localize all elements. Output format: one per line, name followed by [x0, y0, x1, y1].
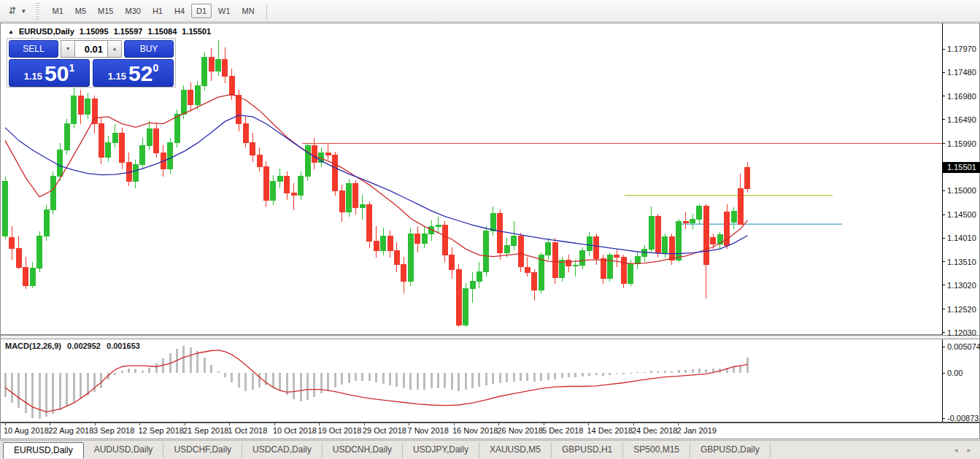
date-tick-label: 7 Nov 2018 [408, 426, 449, 435]
candle [490, 207, 495, 236]
sell-price-pipette: 1 [69, 62, 74, 74]
candle [257, 147, 262, 171]
date-tick-label: 24 Dec 2018 [632, 426, 677, 435]
candle [401, 257, 406, 293]
candle [532, 269, 537, 301]
collapse-triangle-icon[interactable]: ▲ [8, 28, 14, 35]
date-tick-label: 10 Oct 2018 [273, 426, 317, 435]
date-tick-label: 3 Sep 2018 [93, 426, 134, 435]
sell-price-prefix: 1.15 [24, 71, 42, 82]
chart-tab-GBPUSD-H1[interactable]: GBPUSD,H1 [552, 442, 623, 458]
candle [601, 255, 606, 284]
candle [525, 257, 530, 277]
price-tick-label: 1.14500 [947, 210, 976, 219]
date-tick-label: 19 Oct 2018 [318, 426, 362, 435]
candle [243, 116, 248, 147]
candle [463, 283, 468, 327]
volume-decrease-button[interactable]: ▾ [61, 40, 75, 58]
date-tick-label: 22 Aug 2018 [49, 426, 94, 435]
timeframe-buttons: M1M5M15M30H1H4D1W1MN [47, 4, 261, 18]
candle [298, 171, 304, 200]
chart-tab-bar: EURUSD,DailyAUDUSD,DailyUSDCHF,DailyUSDC… [0, 440, 980, 459]
candle [614, 250, 620, 267]
candle [683, 212, 688, 229]
candle [188, 82, 193, 112]
candle [92, 96, 97, 134]
candle [697, 204, 702, 224]
candle [216, 40, 221, 76]
price-tick-label: 1.15000 [947, 186, 976, 195]
candle [552, 238, 557, 284]
price-tick-label: 1.16490 [947, 115, 976, 124]
current-price-tag: 1.15501 [943, 162, 980, 173]
timeframe-button-H4[interactable]: H4 [169, 4, 190, 18]
volume-input[interactable] [75, 40, 107, 58]
volume-increase-button[interactable]: ▴ [107, 40, 122, 58]
date-tick-label: 26 Nov 2018 [498, 426, 543, 435]
sell-price-button[interactable]: 1.15 50 1 [9, 59, 90, 87]
candle [112, 124, 117, 148]
timeframe-button-M5[interactable]: M5 [70, 4, 91, 18]
candle [415, 226, 420, 253]
chart-tab-EURUSD-Daily[interactable]: EURUSD,Daily [3, 442, 84, 458]
timeframe-button-MN[interactable]: MN [237, 4, 260, 18]
candle [655, 214, 660, 258]
toolbar-separator [266, 3, 267, 19]
tabs-scroll-left-button[interactable]: ◂ [949, 443, 962, 458]
candle [725, 204, 730, 249]
toolbar-grip-handle[interactable] [36, 3, 39, 19]
candle [456, 264, 461, 327]
timeframe-button-W1[interactable]: W1 [213, 4, 236, 18]
toolbar-dropdown-button[interactable]: ⇵ ▾ [6, 5, 26, 16]
macd-tick-label: 0.005074 [947, 342, 980, 351]
timeframe-button-M1[interactable]: M1 [47, 4, 69, 18]
chart-tab-USDCHF-Daily[interactable]: USDCHF,Daily [163, 442, 242, 458]
tabs-scroll-right-button[interactable]: ▸ [962, 443, 976, 458]
candle [512, 221, 517, 250]
date-tick-label: 12 Sep 2018 [139, 426, 184, 435]
timeframe-button-M30[interactable]: M30 [120, 4, 146, 18]
date-tick-label: 5 Dec 2018 [542, 426, 583, 435]
candle [731, 207, 736, 229]
candle [250, 133, 255, 163]
candle [30, 262, 35, 288]
sell-price-main: 50 [45, 63, 69, 84]
sell-button[interactable]: SELL [9, 40, 58, 58]
chart-tab-XAUUSD-M5[interactable]: XAUUSD,M5 [479, 442, 552, 458]
panel-splitter[interactable] [1, 335, 979, 339]
chart-tab-SP500-M15[interactable]: SP500,M15 [623, 442, 690, 458]
candle [608, 252, 613, 282]
macd-signal-value: 0.001653 [107, 342, 140, 350]
horizontal-level-lines [302, 144, 942, 225]
chart-tab-GBPUSD-Daily[interactable]: GBPUSD,Daily [690, 442, 771, 458]
candle [573, 260, 578, 277]
timeframe-toolbar: ⇵ ▾ M1M5M15M30H1H4D1W1MN [0, 0, 980, 22]
candle [174, 109, 180, 147]
candle [333, 152, 338, 196]
buy-price-button[interactable]: 1.15 52 0 [93, 59, 174, 87]
candle [168, 138, 173, 174]
ohlc-close-value: 1.15501 [182, 27, 211, 36]
price-tick-label: 1.13020 [947, 281, 976, 290]
candle [367, 201, 372, 248]
candle [690, 214, 695, 228]
chart-tab-AUDUSD-Daily[interactable]: AUDUSD,Daily [84, 442, 164, 458]
ohlc-open-value: 1.15095 [80, 27, 109, 36]
chart-tab-USDJPY-Daily[interactable]: USDJPY,Daily [403, 442, 479, 458]
chart-tab-USDCNH-Daily[interactable]: USDCNH,Daily [323, 442, 403, 458]
macd-label: MACD(12,26,9) [5, 342, 61, 350]
candle [305, 144, 310, 182]
price-tick-label: 1.12520 [947, 305, 976, 314]
candle [621, 255, 626, 288]
buy-price-main: 52 [128, 63, 153, 84]
chart-tab-USDCAD-Daily[interactable]: USDCAD,Daily [242, 442, 323, 458]
candle [202, 53, 207, 90]
candle [635, 252, 640, 270]
timeframe-button-H1[interactable]: H1 [147, 4, 168, 18]
candle [140, 138, 145, 169]
candle [745, 162, 750, 193]
candle [477, 262, 482, 288]
timeframe-button-D1[interactable]: D1 [191, 4, 212, 18]
timeframe-button-M15[interactable]: M15 [93, 4, 118, 18]
buy-button[interactable]: BUY [124, 40, 174, 58]
